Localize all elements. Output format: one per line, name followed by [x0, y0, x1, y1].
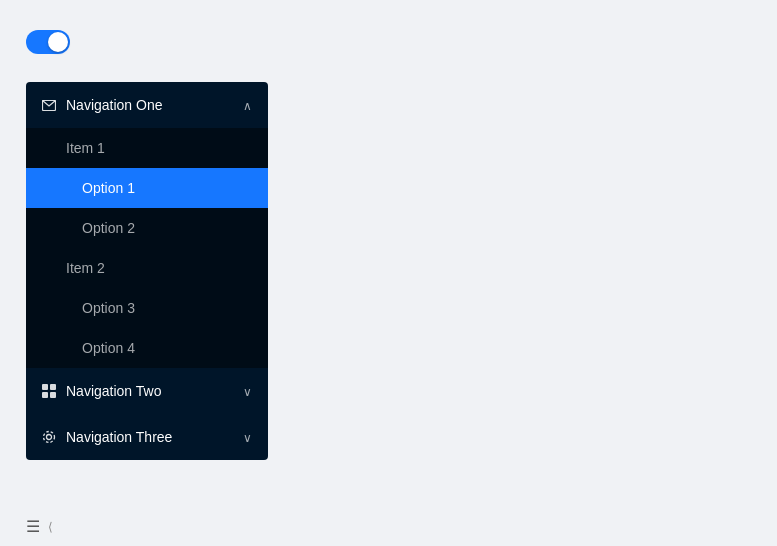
nav-three-header-left: Navigation Three	[42, 429, 172, 445]
option1-label: Option 1	[82, 180, 135, 196]
chevron-up-icon	[243, 97, 252, 113]
option3-label: Option 3	[82, 300, 135, 316]
sidebar: Navigation One Item 1 Option 1 Option 2 …	[26, 82, 268, 460]
gear-icon	[42, 430, 56, 444]
grid-icon	[42, 384, 56, 398]
nav-three-label: Navigation Three	[66, 429, 172, 445]
svg-rect-4	[50, 392, 56, 398]
chevron-down-icon-three	[243, 429, 252, 445]
nav-item-navigation-three[interactable]: Navigation Three	[26, 414, 268, 460]
nav-header-left: Navigation One	[42, 97, 163, 113]
nav-item-navigation-two[interactable]: Navigation Two	[26, 368, 268, 414]
option4-label: Option 4	[82, 340, 135, 356]
svg-point-5	[47, 435, 52, 440]
nav-two-header-left: Navigation Two	[42, 383, 161, 399]
toggle-knob	[48, 32, 68, 52]
chevron-down-icon-two	[243, 383, 252, 399]
bottom-bar: ☰ ⟨	[26, 517, 53, 536]
sidebar-option-option1[interactable]: Option 1	[26, 168, 268, 208]
sidebar-option-option4[interactable]: Option 4	[26, 328, 268, 368]
expand-icon: ⟨	[48, 520, 53, 534]
svg-rect-2	[50, 384, 56, 390]
sidebar-option-option3[interactable]: Option 3	[26, 288, 268, 328]
page-wrapper: Navigation One Item 1 Option 1 Option 2 …	[0, 0, 777, 546]
svg-point-6	[44, 432, 55, 443]
toggle-switch[interactable]	[26, 30, 70, 54]
nav-item-navigation-one[interactable]: Navigation One	[26, 82, 268, 128]
menu-icon[interactable]: ☰	[26, 517, 40, 536]
option2-label: Option 2	[82, 220, 135, 236]
sidebar-item-item2[interactable]: Item 2	[26, 248, 268, 288]
svg-rect-1	[42, 384, 48, 390]
svg-rect-3	[42, 392, 48, 398]
toggle-area	[26, 30, 70, 54]
sidebar-item-item1[interactable]: Item 1	[26, 128, 268, 168]
nav-one-label: Navigation One	[66, 97, 163, 113]
item1-label: Item 1	[66, 140, 105, 156]
nav-two-label: Navigation Two	[66, 383, 161, 399]
mail-icon	[42, 100, 56, 111]
item2-label: Item 2	[66, 260, 105, 276]
sidebar-option-option2[interactable]: Option 2	[26, 208, 268, 248]
